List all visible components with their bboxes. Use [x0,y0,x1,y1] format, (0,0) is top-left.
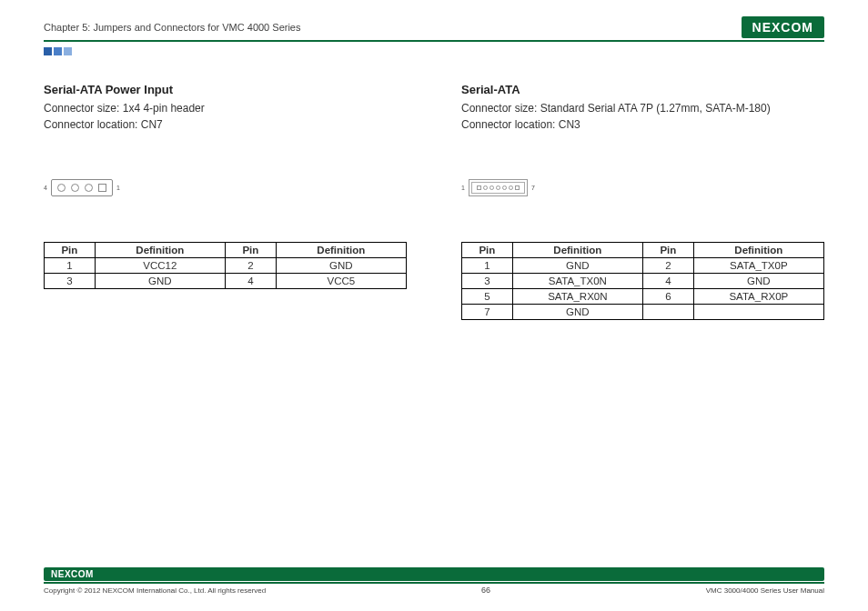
cell-pin: 4 [642,274,693,289]
section-title-left: Serial-ATA Power Input [44,83,407,96]
connector-outer [469,179,528,196]
left-column: Serial-ATA Power Input Connector size: 1… [44,83,407,320]
cell-def: SATA_RX0P [693,289,823,305]
cell-pin: 3 [45,274,96,289]
pin-number-left: 1 [461,185,465,191]
table-header-row: Pin Definition Pin Definition [45,243,407,258]
cell-pin: 2 [642,258,693,274]
logo-text: NEXCOM [752,20,813,35]
manual-title: VMC 3000/4000 Series User Manual [706,586,824,595]
loc-label: Connector location: [461,118,559,131]
th-pin: Pin [462,243,513,258]
pin-icon [98,184,106,192]
cell-pin: 1 [462,258,513,274]
cell-def [693,305,823,320]
decorative-squares [44,47,824,55]
table-row: 7 GND [462,305,824,320]
table-row: 3 SATA_TX0N 4 GND [462,274,824,289]
connector-size-line: Connector size: 1x4 4-pin header [44,100,407,116]
cell-pin: 7 [462,305,513,320]
size-label: Connector size: [461,102,540,115]
cell-def: GND [95,274,225,289]
connector-diagram-4pin: 4 1 [44,169,407,205]
pin-number-right: 7 [531,185,535,191]
footer-left-block: NEXCOM [44,567,824,582]
pin-icon [85,184,93,192]
pin-icon [71,184,79,192]
brand-logo-top: NEXCOM [742,16,824,38]
pin-icon [490,185,494,190]
th-def: Definition [276,243,406,258]
cell-def: SATA_TX0P [693,258,823,274]
th-pin: Pin [642,243,693,258]
pinout-table-left: Pin Definition Pin Definition 1 VCC12 2 … [44,242,407,289]
table-row: 3 GND 4 VCC5 [45,274,407,289]
cell-pin: 5 [462,289,513,305]
page-footer: NEXCOM Copyright © 2012 NEXCOM Internati… [44,567,824,595]
pin-icon [502,185,507,190]
pin-number-left: 4 [44,185,47,191]
page-header: Chapter 5: Jumpers and Connectors for VM… [44,16,824,42]
brand-logo-bottom: NEXCOM [44,567,824,581]
th-def: Definition [512,243,642,258]
pin-icon [515,185,520,190]
footer-divider [44,582,824,584]
table-row: 5 SATA_RX0N 6 SATA_RX0P [462,289,824,305]
loc-label: Connector location: [44,118,141,131]
connector-location-line: Connector location: CN7 [44,116,407,133]
cell-pin [642,305,693,320]
footer-info-row: Copyright © 2012 NEXCOM International Co… [44,586,824,595]
loc-value: CN3 [559,118,580,131]
th-pin: Pin [45,243,96,258]
chapter-title: Chapter 5: Jumpers and Connectors for VM… [44,22,300,33]
th-pin: Pin [225,243,276,258]
th-def: Definition [95,243,225,258]
cell-pin: 2 [225,258,276,274]
cell-pin: 1 [45,258,96,274]
section-title-right: Serial-ATA [461,83,824,96]
pin-icon [483,185,488,190]
table-header-row: Pin Definition Pin Definition [462,243,824,258]
connector-location-line: Connector location: CN3 [461,116,824,133]
cell-pin: 6 [642,289,693,305]
pin-icon [496,185,500,190]
page-number: 66 [481,586,490,595]
cell-def: GND [276,258,406,274]
square-icon [44,47,52,55]
pin-icon [477,185,481,190]
pin-icon [509,185,513,190]
loc-value: CN7 [141,118,163,131]
cell-def: GND [512,305,642,320]
copyright-text: Copyright © 2012 NEXCOM International Co… [44,586,266,595]
size-label: Connector size: [44,102,123,115]
size-value: Standard Serial ATA 7P (1.27mm, SATA-M-1… [540,102,771,115]
right-column: Serial-ATA Connector size: Standard Seri… [461,83,824,320]
table-row: 1 VCC12 2 GND [45,258,407,274]
pin-icon [57,184,66,192]
connector-body-7pin [471,182,525,194]
cell-pin: 3 [462,274,513,289]
square-icon [64,47,72,55]
connector-size-line: Connector size: Standard Serial ATA 7P (… [461,100,824,116]
cell-def: GND [693,274,823,289]
pinout-table-right: Pin Definition Pin Definition 1 GND 2 SA… [461,242,824,320]
logo-text: NEXCOM [51,569,94,579]
th-def: Definition [693,243,823,258]
cell-def: SATA_TX0N [512,274,642,289]
cell-def: VCC5 [276,274,406,289]
cell-def: VCC12 [95,258,225,274]
square-icon [54,47,62,55]
main-content: Serial-ATA Power Input Connector size: 1… [44,83,824,320]
cell-def: GND [512,258,642,274]
cell-def: SATA_RX0N [512,289,642,305]
cell-pin: 4 [225,274,276,289]
size-value: 1x4 4-pin header [123,102,205,115]
table-row: 1 GND 2 SATA_TX0P [462,258,824,274]
connector-diagram-7pin: 1 7 [461,169,824,205]
connector-body-4pin [51,179,113,196]
pin-number-right: 1 [116,185,120,191]
